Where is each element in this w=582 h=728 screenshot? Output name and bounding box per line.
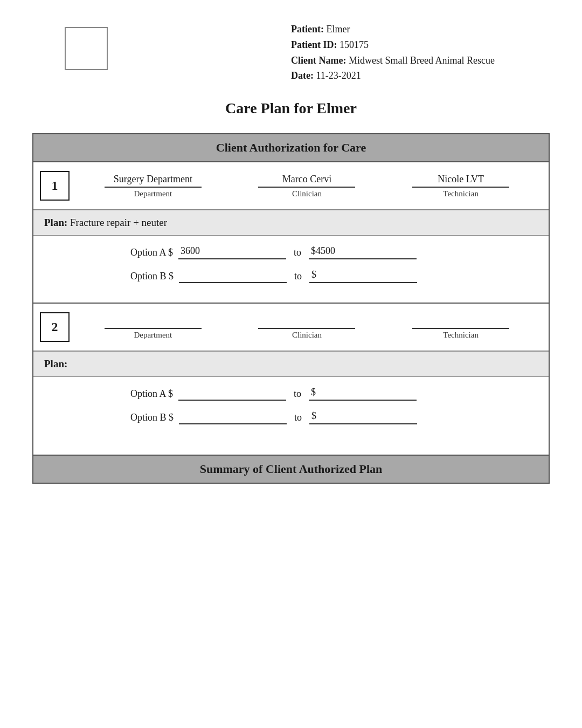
- patient-id-value: 150175: [340, 39, 369, 50]
- logo-placeholder: [65, 27, 108, 70]
- date-value: 11-23-2021: [316, 70, 361, 81]
- section1-option-b-to: to: [294, 271, 302, 282]
- section2-technician-label: Technician: [443, 331, 479, 340]
- section1-option-a-row: Option A $ 3600 to $4500: [130, 245, 538, 259]
- section2-option-b-to-value: $: [309, 410, 417, 424]
- section1-number: 1: [40, 171, 70, 201]
- section2-department-label: Department: [134, 331, 172, 340]
- date-label: Date:: [291, 70, 314, 81]
- section2-option-b-to: to: [294, 412, 302, 423]
- section1-dept-wrapper: 1 Surgery Department Department Marco Ce…: [33, 162, 549, 210]
- section1-plan-label: Plan:: [44, 217, 67, 228]
- section2-dept-wrapper: 2 Department Clinician Technician: [33, 304, 549, 352]
- client-name-value: Midwest Small Breed Animal Rescue: [349, 55, 495, 66]
- section2-technician-col: Technician: [412, 315, 509, 340]
- section2-department-col: Department: [105, 315, 202, 340]
- date-field: Date: 11-23-2021: [291, 68, 517, 84]
- section1-technician-label: Technician: [443, 189, 479, 198]
- section1-options: Option A $ 3600 to $4500 Option B $ to $: [33, 236, 549, 303]
- section2-option-b-row: Option B $ to $: [130, 410, 538, 424]
- section2-option-b-value: [179, 410, 287, 424]
- section2-option-a-label: Option A $: [130, 388, 173, 400]
- section2-plan-row: Plan:: [33, 352, 549, 377]
- patient-value: Elmer: [326, 24, 350, 35]
- section2-option-b-label: Option B $: [130, 412, 174, 423]
- client-name-label: Client Name:: [291, 55, 346, 66]
- section1-department-col: Surgery Department Department: [105, 174, 202, 198]
- section1-technician-col: Nicole LVT Technician: [412, 174, 509, 198]
- section2-department-value: [105, 315, 202, 329]
- section2-option-a-to-value: $: [309, 387, 417, 401]
- section2-plan-label: Plan:: [44, 358, 67, 369]
- section2-clinician-col: Clinician: [258, 315, 355, 340]
- client-name-field: Client Name: Midwest Small Breed Animal …: [291, 53, 517, 68]
- section1-option-a-label: Option A $: [130, 247, 173, 258]
- section2-clinician-label: Clinician: [292, 331, 322, 340]
- section1-dept-row: 1 Surgery Department Department Marco Ce…: [33, 162, 549, 210]
- section2-number: 2: [40, 312, 70, 342]
- section2-option-a-row: Option A $ to $: [130, 387, 538, 401]
- section2-technician-value: [412, 315, 509, 329]
- section1-option-b-value: [179, 269, 287, 283]
- patient-field: Patient: Elmer: [291, 22, 517, 37]
- section1-option-b-label: Option B $: [130, 271, 174, 282]
- patient-label: Patient:: [291, 24, 324, 35]
- section2-option-a-value: [178, 387, 286, 401]
- patient-id-field: Patient ID: 150175: [291, 37, 517, 53]
- section1-department-label: Department: [134, 189, 172, 198]
- section2-clinician-value: [258, 315, 355, 329]
- section1-option-a-to: to: [294, 247, 301, 258]
- section2-options: Option A $ to $ Option B $ to $: [33, 377, 549, 444]
- section1-clinician-value: Marco Cervi: [258, 174, 355, 188]
- section1-plan-row: Plan: Fracture repair + neuter: [33, 210, 549, 236]
- section2-fields: Department Clinician Technician: [76, 315, 549, 340]
- section1-option-a-to-value: $4500: [309, 245, 417, 259]
- authorization-table: Client Authorization for Care 1 Surgery …: [32, 133, 550, 484]
- page-title: Care Plan for Elmer: [32, 100, 550, 117]
- patient-id-label: Patient ID:: [291, 39, 337, 50]
- section2-option-a-to: to: [294, 388, 301, 400]
- section1-clinician-col: Marco Cervi Clinician: [258, 174, 355, 198]
- section1-fields: Surgery Department Department Marco Cerv…: [76, 174, 549, 198]
- section1-department-value: Surgery Department: [105, 174, 202, 188]
- section2-dept-row: 2 Department Clinician Technician: [33, 304, 549, 351]
- authorization-header: Client Authorization for Care: [33, 134, 549, 162]
- section1-clinician-label: Clinician: [292, 189, 322, 198]
- section1-technician-value: Nicole LVT: [412, 174, 509, 188]
- section1-plan-value: Fracture repair + neuter: [70, 217, 167, 228]
- section1-option-a-value: 3600: [178, 245, 286, 259]
- section1-option-b-to-value: $: [309, 269, 417, 283]
- section1-option-b-row: Option B $ to $: [130, 269, 538, 283]
- summary-header: Summary of Client Authorized Plan: [33, 455, 549, 483]
